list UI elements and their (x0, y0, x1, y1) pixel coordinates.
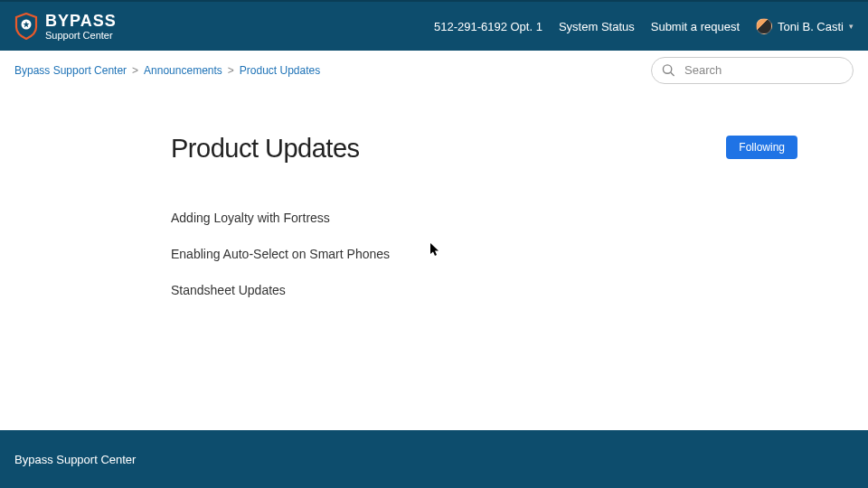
main-content: Following Product Updates Adding Loyalty… (0, 90, 868, 297)
breadcrumb-item-home[interactable]: Bypass Support Center (14, 64, 127, 77)
header: BYPASS Support Center 512-291-6192 Opt. … (0, 0, 868, 51)
sub-header: Bypass Support Center > Announcements > … (0, 51, 868, 90)
system-status-link[interactable]: System Status (559, 20, 635, 33)
search-icon (662, 63, 675, 77)
content: Product Updates Adding Loyalty with Fort… (171, 134, 804, 297)
breadcrumb-separator: > (132, 64, 138, 77)
header-nav: 512-291-6192 Opt. 1 System Status Submit… (434, 18, 854, 34)
user-menu[interactable]: Toni B. Casti ▾ (756, 18, 854, 34)
svg-line-2 (671, 72, 675, 76)
breadcrumb-item-current[interactable]: Product Updates (240, 64, 320, 77)
svg-point-1 (663, 64, 671, 72)
logo-sub-text: Support Center (45, 31, 117, 41)
user-name: Toni B. Casti (778, 20, 844, 33)
breadcrumb: Bypass Support Center > Announcements > … (14, 64, 320, 77)
logo[interactable]: BYPASS Support Center (14, 13, 117, 41)
search-container (651, 57, 854, 84)
footer-text: Bypass Support Center (14, 453, 136, 466)
article-list: Adding Loyalty with Fortress Enabling Au… (171, 211, 804, 297)
breadcrumb-item-announcements[interactable]: Announcements (144, 64, 222, 77)
article-link[interactable]: Enabling Auto-Select on Smart Phones (171, 247, 804, 261)
article-link[interactable]: Standsheet Updates (171, 283, 804, 297)
chevron-down-icon: ▾ (849, 22, 854, 31)
footer: Bypass Support Center (0, 430, 868, 488)
article-link[interactable]: Adding Loyalty with Fortress (171, 211, 804, 225)
phone-number: 512-291-6192 Opt. 1 (434, 20, 542, 33)
logo-text: BYPASS Support Center (45, 13, 117, 41)
submit-request-link[interactable]: Submit a request (651, 20, 740, 33)
breadcrumb-separator: > (228, 64, 234, 77)
avatar (756, 18, 772, 34)
search-input[interactable] (651, 57, 854, 84)
follow-button[interactable]: Following (726, 136, 797, 159)
logo-main-text: BYPASS (45, 13, 117, 29)
shield-icon (14, 13, 38, 40)
page-title: Product Updates (171, 134, 804, 164)
